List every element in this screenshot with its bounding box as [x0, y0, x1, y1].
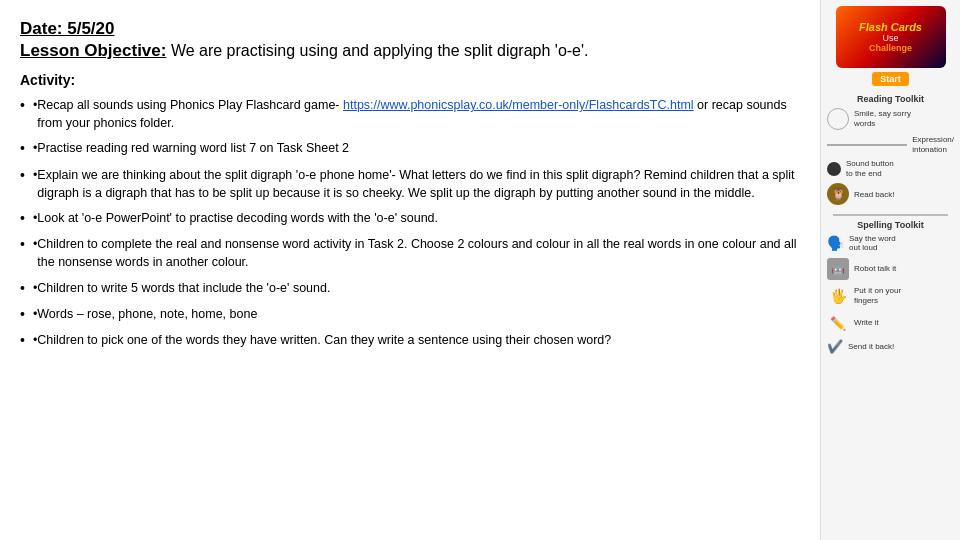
owl-icon: 🦉	[827, 183, 849, 205]
main-content: Date: 5/5/20 Lesson Objective: We are pr…	[0, 0, 820, 367]
say-icon: 🗣️	[827, 235, 844, 251]
line-icon	[827, 144, 907, 146]
sidebar-divider-1	[833, 214, 947, 216]
list-item: • Children to pick one of the words they…	[20, 331, 800, 350]
sidebar-row-fingers: 🖐️ Put it on yourfingers	[827, 285, 954, 307]
sidebar-row-smile: Smile, say sorrywords	[827, 108, 954, 130]
sidebar-row-sound: Sound buttonto the end	[827, 159, 954, 178]
date-line: Date: 5/5/20	[20, 18, 800, 40]
sidebar-row-expression: Expression/intonation	[827, 135, 954, 154]
smile-icon	[827, 108, 849, 130]
lesson-objective-text: We are practising using and applying the…	[166, 42, 588, 59]
reading-toolkit-title: Reading Toolkit	[857, 94, 924, 104]
spelling-toolkit-title: Spelling Toolkit	[857, 220, 923, 230]
sidebar-row-robot: 🤖 Robot talk it	[827, 258, 954, 280]
flash-card-sub1: Use	[859, 33, 922, 43]
sidebar-label-send: Send it back!	[848, 342, 894, 352]
sidebar-label-write: Write it	[854, 318, 879, 328]
sidebar-row-readback: 🦉 Read back!	[827, 183, 954, 205]
header-section: Date: 5/5/20 Lesson Objective: We are pr…	[20, 18, 800, 62]
list-item: • Practise reading red warning word list…	[20, 139, 800, 158]
lesson-objective-container: Lesson Objective: We are practising usin…	[20, 40, 800, 62]
send-icon: ✔️	[827, 339, 843, 354]
sidebar-label-expression: Expression/intonation	[912, 135, 954, 154]
list-item: • Words – rose, phone, note, home, bone	[20, 305, 800, 324]
list-item: • Children to write 5 words that include…	[20, 279, 800, 298]
sidebar-label-readback: Read back!	[854, 190, 894, 200]
sidebar: Flash Cards Use Challenge Start Reading …	[820, 0, 960, 540]
bullet-list: • Recap all sounds using Phonics Play Fl…	[20, 96, 800, 350]
phonics-link[interactable]: https://www.phonicsplay.co.uk/member-onl…	[343, 98, 694, 112]
list-item: • Recap all sounds using Phonics Play Fl…	[20, 96, 800, 132]
bullet-text-1: Recap all sounds using Phonics Play Flas…	[37, 96, 800, 132]
sidebar-label-smile: Smile, say sorrywords	[854, 109, 911, 128]
robot-icon: 🤖	[827, 258, 849, 280]
sidebar-label-fingers: Put it on yourfingers	[854, 286, 901, 305]
flash-card-logo: Flash Cards Use Challenge	[836, 6, 946, 68]
sidebar-row-say: 🗣️ Say the wordout loud	[827, 234, 954, 253]
flash-card-title: Flash Cards	[859, 21, 922, 33]
start-button[interactable]: Start	[872, 72, 909, 86]
sidebar-label-robot: Robot talk it	[854, 264, 896, 274]
lesson-objective-label: Lesson Objective:	[20, 41, 166, 60]
sidebar-label-say: Say the wordout loud	[849, 234, 896, 253]
dot-icon	[827, 162, 841, 176]
flash-card-sub2: Challenge	[859, 43, 922, 53]
activity-label: Activity:	[20, 72, 800, 88]
sidebar-label-sound: Sound buttonto the end	[846, 159, 894, 178]
sidebar-row-write: ✏️ Write it	[827, 312, 954, 334]
pencil-icon: ✏️	[827, 312, 849, 334]
list-item: • Children to complete the real and nons…	[20, 235, 800, 271]
sidebar-row-send: ✔️ Send it back!	[827, 339, 954, 354]
list-item: • Look at 'o-e PowerPoint' to practise d…	[20, 209, 800, 228]
list-item: • Explain we are thinking about the spli…	[20, 166, 800, 202]
fingers-icon: 🖐️	[827, 285, 849, 307]
